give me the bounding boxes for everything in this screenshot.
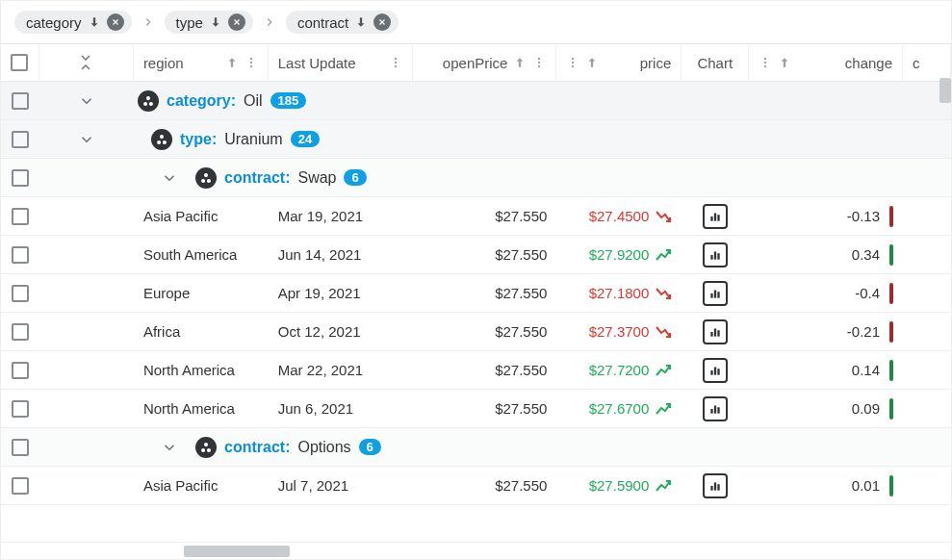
column-header-last-update[interactable]: Last Update xyxy=(269,44,413,81)
checkbox-icon[interactable] xyxy=(12,169,29,187)
chevron-down-icon[interactable] xyxy=(161,439,178,456)
table-row[interactable]: Africa Oct 12, 2021 $27.550 $27.3700 -0.… xyxy=(1,313,951,351)
chevron-down-icon[interactable] xyxy=(78,92,95,110)
column-label: c xyxy=(913,55,920,71)
svg-point-20 xyxy=(163,140,167,143)
group-count-badge: 6 xyxy=(344,169,366,186)
table-row[interactable]: North America Mar 22, 2021 $27.550 $27.7… xyxy=(1,351,951,390)
chart-button[interactable] xyxy=(703,242,728,267)
svg-point-19 xyxy=(157,140,161,143)
checkbox-icon[interactable] xyxy=(12,477,29,495)
kebab-icon[interactable] xyxy=(566,56,579,69)
trend-icon xyxy=(655,248,672,262)
grid-body[interactable]: category: Oil 185 type: Uranium 24 contr… xyxy=(1,82,951,542)
table-row[interactable]: Asia Pacific Mar 19, 2021 $27.550 $27.45… xyxy=(1,197,951,236)
table-row[interactable]: Europe Apr 19, 2021 $27.550 $27.1800 -0.… xyxy=(1,274,951,313)
column-header-next[interactable]: c xyxy=(903,44,951,81)
svg-rect-40 xyxy=(714,405,716,413)
arrow-up-icon[interactable] xyxy=(225,56,239,69)
checkbox-icon[interactable] xyxy=(12,285,29,302)
cell-change: 0.09 xyxy=(749,398,903,420)
chart-button[interactable] xyxy=(703,319,728,344)
column-header-open-price[interactable]: openPrice xyxy=(413,44,557,81)
checkbox-icon[interactable] xyxy=(12,246,29,264)
select-all-header[interactable] xyxy=(1,44,39,81)
vertical-scrollbar[interactable] xyxy=(939,78,951,103)
cell-open-price: $27.550 xyxy=(413,208,557,224)
cell-region: North America xyxy=(134,362,269,378)
svg-rect-34 xyxy=(714,328,716,336)
checkbox-icon[interactable] xyxy=(12,323,29,341)
arrow-up-icon[interactable] xyxy=(513,56,527,69)
column-header-change[interactable]: change xyxy=(749,44,903,81)
checkbox-icon[interactable] xyxy=(12,92,29,110)
group-key: category: xyxy=(167,92,236,110)
svg-point-5 xyxy=(394,65,396,67)
checkbox-icon[interactable] xyxy=(12,439,29,456)
chart-button[interactable] xyxy=(703,281,728,306)
arrow-up-icon[interactable] xyxy=(778,56,791,69)
svg-point-10 xyxy=(572,62,574,64)
svg-rect-39 xyxy=(711,409,713,414)
horizontal-scrollbar[interactable] xyxy=(1,542,951,559)
kebab-icon[interactable] xyxy=(389,56,402,69)
expand-all-header[interactable] xyxy=(39,44,134,81)
cell-chart xyxy=(682,473,749,498)
arrow-up-icon[interactable] xyxy=(585,56,599,69)
kebab-icon[interactable] xyxy=(532,56,546,69)
close-icon[interactable] xyxy=(107,13,124,31)
kebab-icon[interactable] xyxy=(759,56,772,69)
trend-icon xyxy=(655,210,672,223)
table-row[interactable]: Asia Pacific Jul 7, 2021 $27.550 $27.590… xyxy=(1,467,951,505)
chart-button[interactable] xyxy=(703,358,728,383)
group-row[interactable]: contract: Swap 6 xyxy=(1,159,951,197)
svg-rect-27 xyxy=(711,255,713,260)
svg-rect-26 xyxy=(718,215,720,220)
column-header-price[interactable]: price xyxy=(556,44,682,81)
group-row[interactable]: type: Uranium 24 xyxy=(1,120,951,159)
checkbox-icon[interactable] xyxy=(11,54,28,71)
change-value: -0.13 xyxy=(847,208,880,224)
price-value: $27.4500 xyxy=(589,208,650,224)
cell-last-update: Apr 19, 2021 xyxy=(269,285,413,301)
cell-price: $27.1800 xyxy=(556,285,682,301)
change-value: 0.01 xyxy=(852,477,880,494)
group-node-icon xyxy=(195,437,217,458)
change-bar xyxy=(889,360,893,381)
column-header-region[interactable]: region xyxy=(134,44,269,81)
checkbox-icon[interactable] xyxy=(12,362,29,379)
checkbox-icon[interactable] xyxy=(12,131,29,148)
group-node-icon xyxy=(138,90,159,112)
svg-point-9 xyxy=(572,58,574,60)
group-pill-type[interactable]: type xyxy=(165,11,253,34)
table-row[interactable]: South America Jun 14, 2021 $27.550 $27.9… xyxy=(1,236,951,274)
group-row[interactable]: category: Oil 185 xyxy=(1,82,951,120)
chart-button[interactable] xyxy=(703,473,728,498)
svg-rect-32 xyxy=(718,292,720,297)
column-header-chart[interactable]: Chart xyxy=(682,44,749,81)
svg-point-3 xyxy=(394,58,396,60)
checkbox-icon[interactable] xyxy=(12,208,29,225)
checkbox-icon[interactable] xyxy=(12,400,29,418)
close-icon[interactable] xyxy=(228,13,245,31)
chart-button[interactable] xyxy=(703,396,728,421)
svg-point-0 xyxy=(250,58,252,60)
table-row[interactable]: North America Jun 6, 2021 $27.550 $27.67… xyxy=(1,390,951,428)
group-pill-contract[interactable]: contract xyxy=(286,11,399,34)
chevron-down-icon[interactable] xyxy=(78,131,95,148)
group-pill-category[interactable]: category xyxy=(14,11,132,34)
close-icon[interactable] xyxy=(373,13,391,31)
kebab-icon[interactable] xyxy=(244,56,258,69)
svg-rect-36 xyxy=(711,370,713,375)
cell-price: $27.3700 xyxy=(556,323,682,340)
cell-chart xyxy=(682,358,749,383)
price-value: $27.3700 xyxy=(589,323,650,340)
cell-price: $27.9200 xyxy=(556,246,682,263)
chart-button[interactable] xyxy=(703,204,728,229)
svg-point-44 xyxy=(207,447,211,451)
group-row[interactable]: contract: Options 6 xyxy=(1,428,951,467)
change-bar xyxy=(889,475,893,496)
group-breadcrumb: category type contract xyxy=(1,1,951,43)
cell-region: South America xyxy=(134,246,269,263)
chevron-down-icon[interactable] xyxy=(161,169,178,187)
